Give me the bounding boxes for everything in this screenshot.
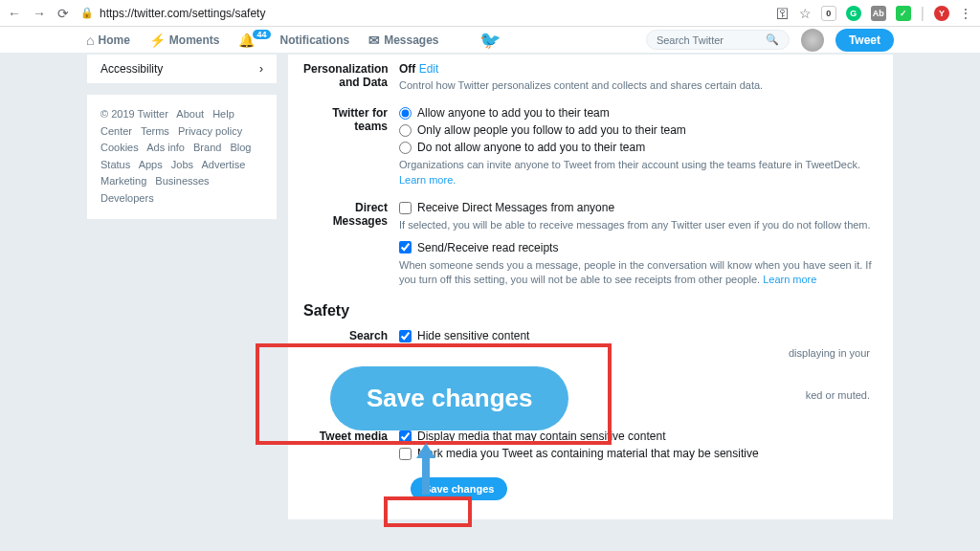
footer-link[interactable]: Businesses — [155, 175, 209, 187]
key-icon[interactable]: ⚿ — [776, 6, 790, 21]
label-personalization: Personalization and Data — [303, 62, 399, 93]
annotation-save-button[interactable]: Save changes — [330, 366, 568, 430]
footer-link[interactable]: Marketing — [100, 175, 146, 187]
back-icon[interactable]: ← — [8, 6, 21, 21]
extension-icons: ⚿ ☆ 0 G Ab ✓ | Y ⋮ — [776, 5, 972, 22]
sidebar-card: Accessibility› — [86, 54, 278, 84]
chevron-right-icon: › — [259, 62, 263, 76]
nav-moments[interactable]: ⚡Moments — [149, 33, 220, 48]
envelope-icon: ✉ — [368, 33, 380, 48]
search-help: displaying in your — [399, 346, 878, 361]
twitter-nav: ⌂Home ⚡Moments 🔔44Notifications ✉Message… — [0, 27, 980, 54]
teams-radio-anyone[interactable] — [399, 107, 412, 120]
settings-panel: Personalization and Data Off Edit Contro… — [287, 54, 894, 520]
footer-link[interactable]: Terms — [141, 125, 169, 137]
footer-link[interactable]: Status — [100, 159, 130, 170]
yandex-icon[interactable]: Y — [934, 6, 949, 21]
footer-link[interactable]: Ads info — [146, 142, 185, 153]
footer-link[interactable]: About — [176, 108, 204, 120]
dm-help1: If selected, you will be able to receive… — [399, 218, 878, 232]
forward-icon[interactable]: → — [33, 6, 46, 21]
footer-link[interactable]: Jobs — [171, 159, 193, 170]
sidebar-item-accessibility[interactable]: Accessibility› — [87, 55, 277, 83]
label-tweet-media: Tweet media — [303, 430, 399, 464]
nav-messages[interactable]: ✉Messages — [368, 33, 438, 48]
twitter-logo-icon[interactable]: 🐦 — [479, 30, 501, 51]
teams-radio-follow[interactable] — [399, 124, 412, 137]
dm-help2: When someone sends you a message, people… — [399, 258, 878, 288]
annotation-arrow-body — [422, 456, 430, 495]
notif-badge: 44 — [253, 30, 270, 39]
lock-icon: 🔒 — [80, 7, 94, 19]
reload-icon[interactable]: ⟳ — [57, 6, 69, 21]
footer-link[interactable]: Advertise — [201, 159, 245, 170]
display-sensitive-checkbox[interactable] — [399, 430, 412, 443]
home-icon: ⌂ — [86, 33, 94, 48]
browser-toolbar: ← → ⟳ 🔒 https://twitter.com/settings/saf… — [0, 0, 980, 27]
footer-link[interactable]: Apps — [139, 159, 163, 170]
star-icon[interactable]: ☆ — [799, 6, 812, 21]
footer-link[interactable]: Brand — [193, 142, 221, 153]
lightning-icon: ⚡ — [149, 33, 166, 48]
edit-link[interactable]: Edit — [419, 62, 439, 76]
footer-link[interactable]: Cookies — [100, 142, 139, 153]
adblock-icon[interactable]: Ab — [871, 6, 886, 21]
annotation-box-small — [384, 496, 472, 527]
hide-sensitive-checkbox[interactable] — [399, 330, 412, 342]
safety-heading: Safety — [303, 302, 878, 320]
footer-link[interactable]: Developers — [100, 192, 154, 204]
label-teams: Twitter for teams — [303, 106, 399, 187]
ext-check-icon[interactable]: ✓ — [896, 6, 911, 21]
teams-help: Organizations can invite anyone to Tweet… — [399, 158, 878, 187]
divider: | — [921, 5, 924, 22]
nav-home[interactable]: ⌂Home — [86, 33, 130, 48]
menu-icon[interactable]: ⋮ — [959, 6, 972, 21]
nav-notifications[interactable]: 🔔44Notifications — [238, 33, 349, 48]
footer-link[interactable]: Privacy policy — [178, 125, 242, 137]
copyright: © 2019 Twitter — [100, 108, 168, 120]
grammarly-icon[interactable]: G — [846, 6, 861, 21]
footer-link[interactable]: Blog — [230, 142, 251, 153]
search-input[interactable]: Search Twitter🔍 — [646, 30, 790, 50]
url-text: https://twitter.com/settings/safety — [100, 7, 265, 20]
search-icon: 🔍 — [766, 33, 779, 46]
learn-more-link[interactable]: Learn more. — [399, 174, 456, 186]
personalization-value: Off — [399, 62, 415, 76]
avatar[interactable] — [801, 29, 824, 52]
label-dm: Direct Messages — [303, 201, 399, 287]
dm-anyone-checkbox[interactable] — [399, 202, 412, 214]
dm-receipts-checkbox[interactable] — [399, 241, 412, 253]
teams-radio-none[interactable] — [399, 142, 412, 154]
mark-sensitive-checkbox[interactable] — [399, 448, 412, 460]
address-bar[interactable]: 🔒 https://twitter.com/settings/safety — [80, 7, 765, 20]
ext-badge-icon[interactable]: 0 — [821, 6, 836, 21]
footer-links: © 2019 Twitter About Help Center Terms P… — [86, 94, 278, 220]
personalization-help: Control how Twitter personalizes content… — [399, 78, 878, 93]
learn-more-link[interactable]: Learn more — [763, 274, 816, 285]
tweet-button[interactable]: Tweet — [835, 29, 894, 52]
